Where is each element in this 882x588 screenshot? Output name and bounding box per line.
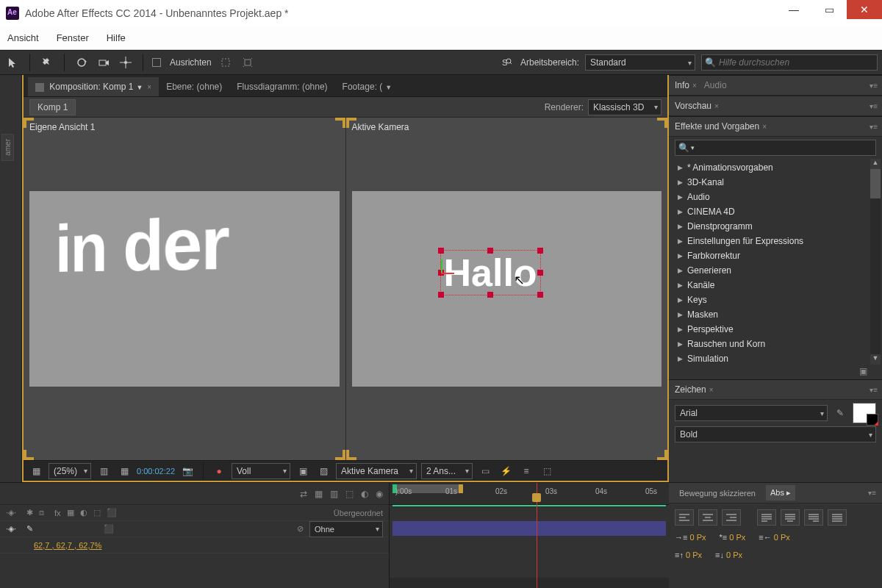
timeline-right[interactable]: ):00s01s02s03s04s05s [390,483,669,588]
tab-komposition[interactable]: Komposition: Komp 1▼× [28,77,159,96]
align-center-button[interactable] [698,509,717,526]
panel-menu-icon[interactable]: ▾≡ [868,489,876,497]
tab-effekte[interactable]: Effekte und Vorgaben× [675,121,767,132]
effect-category[interactable]: ▶Masken [669,307,882,322]
channel-icon[interactable]: ● [211,463,227,479]
timeline-scrollbar[interactable] [390,578,669,588]
comp-flowchart-button[interactable]: Komp 1 [29,99,76,115]
effect-category[interactable]: ▶* Animationsvorgaben [669,160,882,175]
search-s-icon[interactable]: S [498,54,514,71]
effect-category[interactable]: ▶Generieren [669,263,882,278]
grid-icon[interactable]: ▦ [116,463,132,479]
magnify-icon[interactable]: ▦ [28,463,44,479]
pixel-aspect-icon[interactable]: ▭ [477,463,493,479]
effect-category[interactable]: ▶Dienstprogramm [669,219,882,234]
snap-icon[interactable] [218,54,234,71]
space-after-field[interactable]: ≡↓ 0 Px [715,551,742,559]
current-time-indicator[interactable] [537,483,537,588]
menu-fenster[interactable]: Fenster [57,32,89,43]
effects-search[interactable]: 🔍▾ [675,140,876,156]
font-family-dropdown[interactable]: Arial [675,405,828,421]
new-bin-icon[interactable]: ▣ [859,366,867,376]
effekte-panel-header[interactable]: Effekte und Vorgaben× ▾≡ [669,116,882,137]
effect-category[interactable]: ▶Rauschen und Korn [669,337,882,351]
panel-menu-icon[interactable]: ▾≡ [870,102,878,110]
effect-category[interactable]: ▶CINEMA 4D [669,204,882,219]
indent-first-field[interactable]: *≡ 0 Px [720,533,746,542]
indent-right-field[interactable]: ≡← 0 Px [759,533,790,542]
tab-info[interactable]: Info× [675,80,697,90]
tl-shy-icon[interactable]: ⇄ [300,489,307,499]
rotate-tool-icon[interactable] [74,54,90,71]
align-left-button[interactable] [675,509,694,526]
justify-last-left-button[interactable] [757,509,776,526]
menu-hilfe[interactable]: Hilfe [107,32,126,43]
help-search[interactable]: 🔍 [701,54,878,71]
layer-bar[interactable] [392,521,666,536]
effect-category[interactable]: ▶Einstellungen für Expressions [669,234,882,248]
resolution-dropdown[interactable]: Voll [232,463,290,479]
text-layer-1[interactable]: in der [55,199,229,287]
view-dropdown[interactable]: Aktive Kamera [336,463,417,479]
effect-category[interactable]: ▶Kanäle [669,278,882,293]
views-count-dropdown[interactable]: 2 Ans... [421,463,473,479]
renderer-dropdown[interactable]: Klassisch 3D [588,99,662,115]
snapshot-icon[interactable]: 📷 [179,463,196,479]
font-weight-dropdown[interactable]: Bold [675,426,876,442]
tl-blend-icon[interactable]: ▦ [315,489,323,499]
effect-category[interactable]: ▶3D-Kanal [669,175,882,190]
align-right-button[interactable] [722,509,741,526]
fast-preview-icon[interactable]: ⚡ [498,463,514,479]
tab-bewegung[interactable]: Bewegung skizzieren [675,486,760,501]
scroll-up-icon[interactable]: ▲ [870,159,881,169]
scroll-thumb[interactable] [870,169,881,198]
tl-brainstorm-icon[interactable]: ◉ [376,489,383,499]
scroll-down-icon[interactable]: ▼ [870,354,881,365]
selection-tool-icon[interactable] [4,54,21,71]
info-panel-header[interactable]: Info× Audio ▾≡ [669,75,882,96]
time-ruler[interactable]: ):00s01s02s03s04s05s [390,483,669,505]
tab-zeichen[interactable]: Zeichen× [675,384,714,395]
flowchart-icon[interactable]: ⬚ [539,463,555,479]
timeline-icon[interactable]: ≡ [518,463,534,479]
panel-menu-icon[interactable]: ▾≡ [870,123,878,131]
workspace-dropdown[interactable]: Standard [585,54,695,71]
effect-category[interactable]: ▶Farbkorrektur [669,248,882,263]
timeline-scale-row[interactable]: 62,7 , 62,7 , 62,7% [0,537,389,553]
effect-category[interactable]: ▶Keys [669,293,882,307]
vorschau-panel-header[interactable]: Vorschau× ▾≡ [669,96,882,116]
eyedropper-icon[interactable]: ✎ [832,405,848,421]
viewer-pane-2[interactable]: Aktive Kamera Hallo ↖ [345,118,668,460]
effect-category[interactable]: ▶Simulation [669,351,882,365]
left-dock-tab[interactable]: amer [1,134,14,161]
res-icon[interactable]: ▥ [96,463,112,479]
anchor-tool-icon[interactable] [118,54,134,71]
tab-abs[interactable]: Abs ▸ [766,485,795,501]
effect-category[interactable]: ▶Audio [669,190,882,204]
roi-icon[interactable]: ▣ [295,463,311,479]
tab-vorschau[interactable]: Vorschau× [675,101,719,111]
justify-all-button[interactable] [828,509,847,526]
effects-scrollbar[interactable]: ▲ ▼ [870,159,881,365]
zeichen-panel-header[interactable]: Zeichen× ▾≡ [669,379,882,400]
snap-expand-icon[interactable] [240,54,256,71]
justify-last-right-button[interactable] [804,509,823,526]
help-search-input[interactable] [719,57,874,68]
tl-graph-icon[interactable]: ◐ [361,489,368,499]
tab-flussdiagramm[interactable]: Flussdiagramm: (ohne) [229,77,334,96]
tl-3d-icon[interactable]: ▥ [330,489,338,499]
pin-tool-icon[interactable] [39,54,55,71]
space-before-field[interactable]: ≡↑ 0 Px [675,551,702,559]
tab-ebene[interactable]: Ebene: (ohne) [159,77,229,96]
selected-text-layer[interactable]: Hallo [440,250,541,295]
indent-left-field[interactable]: →≡ 0 Px [675,533,706,542]
maximize-button[interactable]: ▭ [811,0,847,19]
transparency-icon[interactable]: ▨ [315,463,331,479]
canvas-2[interactable]: Hallo ↖ [352,191,662,387]
menu-ansicht[interactable]: Ansicht [7,32,39,43]
camera-tool-icon[interactable] [96,54,112,71]
ausrichten-checkbox[interactable] [152,58,161,67]
effect-category[interactable]: ▶Perspektive [669,322,882,337]
zoom-dropdown[interactable]: (25%) [49,463,91,479]
tab-footage[interactable]: Footage: (▼ [335,77,400,96]
